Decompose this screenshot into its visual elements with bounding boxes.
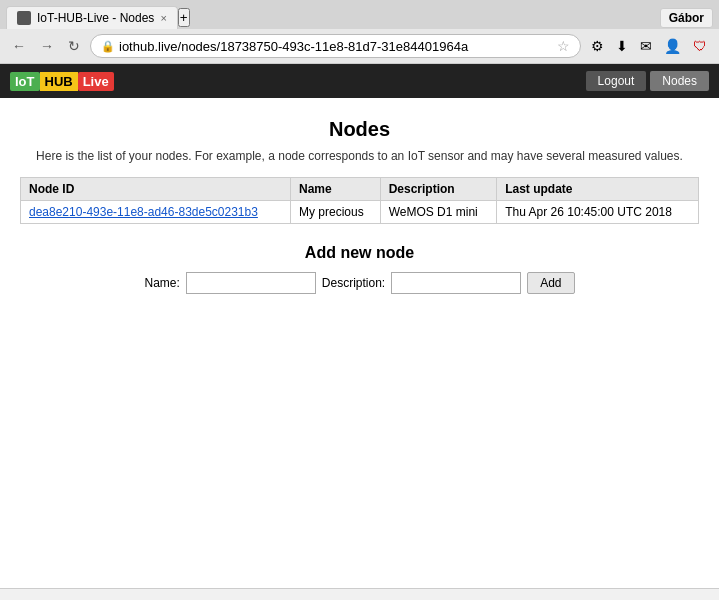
lock-icon: 🔒 [101, 40, 115, 53]
downloads-button[interactable]: ⬇ [612, 36, 632, 56]
node-last-update-cell: Thu Apr 26 10:45:00 UTC 2018 [497, 201, 699, 224]
name-label: Name: [144, 276, 179, 290]
table-header-row: Node ID Name Description Last update [21, 178, 699, 201]
description-label: Description: [322, 276, 385, 290]
add-node-form: Name: Description: Add [144, 272, 574, 294]
mail-button[interactable]: ✉ [636, 36, 656, 56]
tab-favicon [17, 11, 31, 25]
logo-live: Live [78, 72, 114, 91]
page-title: Nodes [20, 118, 699, 141]
extensions-button[interactable]: ⚙ [587, 36, 608, 56]
page-content: Nodes Here is the list of your nodes. Fo… [0, 98, 719, 314]
name-input[interactable] [186, 272, 316, 294]
user-badge: Gábor [660, 8, 713, 28]
tab-title: IoT-HUB-Live - Nodes [37, 11, 154, 25]
reload-button[interactable]: ↻ [64, 36, 84, 56]
toolbar-icons: ⚙ ⬇ ✉ 👤 🛡 [587, 36, 711, 56]
address-input[interactable] [119, 39, 553, 54]
address-bar-wrap: 🔒 ☆ [90, 34, 581, 58]
new-tab-button[interactable]: + [178, 8, 190, 27]
close-tab-button[interactable]: × [160, 12, 166, 24]
security-button[interactable]: 🛡 [689, 36, 711, 56]
back-button[interactable]: ← [8, 36, 30, 56]
node-id-cell: dea8e210-493e-11e8-ad46-83de5c0231b3 [21, 201, 291, 224]
col-description: Description [380, 178, 497, 201]
forward-button[interactable]: → [36, 36, 58, 56]
node-description-cell: WeMOS D1 mini [380, 201, 497, 224]
bookmark-button[interactable]: ☆ [557, 38, 570, 54]
logout-button[interactable]: Logout [586, 71, 647, 91]
user-button[interactable]: 👤 [660, 36, 685, 56]
browser-tab[interactable]: IoT-HUB-Live - Nodes × [6, 6, 178, 29]
description-input[interactable] [391, 272, 521, 294]
col-last-update: Last update [497, 178, 699, 201]
col-node-id: Node ID [21, 178, 291, 201]
nodes-button[interactable]: Nodes [650, 71, 709, 91]
node-name-cell: My precious [290, 201, 380, 224]
add-node-section: Add new node Name: Description: Add [20, 244, 699, 294]
nodes-table: Node ID Name Description Last update dea… [20, 177, 699, 224]
scrollbar-bottom[interactable] [0, 588, 719, 600]
add-node-button[interactable]: Add [527, 272, 574, 294]
logo-iot: IoT [10, 72, 40, 91]
page-description: Here is the list of your nodes. For exam… [20, 149, 699, 163]
app-header: IoT HUB Live Logout Nodes [0, 64, 719, 98]
table-row: dea8e210-493e-11e8-ad46-83de5c0231b3My p… [21, 201, 699, 224]
add-node-title: Add new node [20, 244, 699, 262]
col-name: Name [290, 178, 380, 201]
logo-hub: HUB [40, 72, 78, 91]
node-id-link[interactable]: dea8e210-493e-11e8-ad46-83de5c0231b3 [29, 205, 258, 219]
